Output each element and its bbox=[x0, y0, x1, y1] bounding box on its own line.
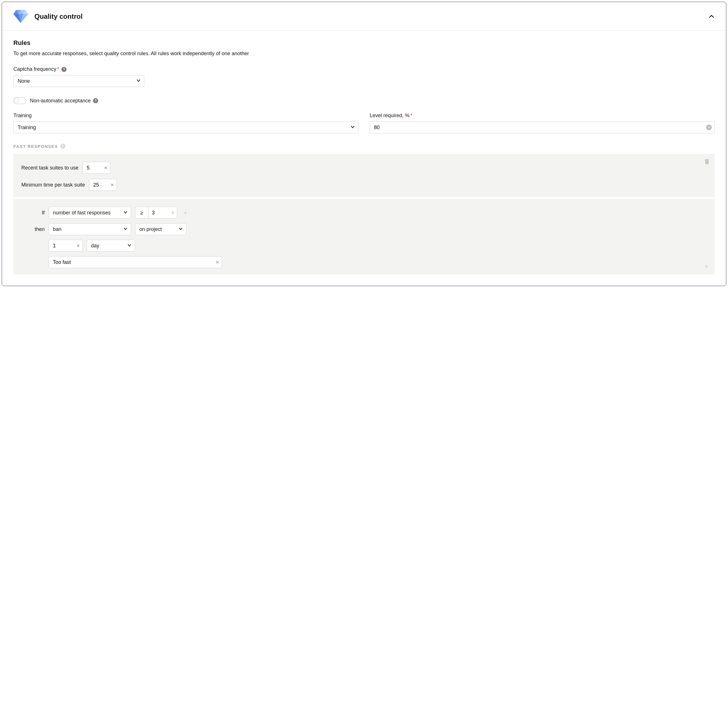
help-icon[interactable]: ? bbox=[60, 144, 66, 149]
mintime-label: Minimum time per task suite bbox=[21, 182, 85, 188]
duration-input-wrap: ✕ bbox=[49, 240, 83, 252]
level-col: Level required, % * ✕ bbox=[370, 113, 715, 133]
chevron-up-icon bbox=[709, 14, 714, 19]
fast-responses-header-text: FAST RESPONSES bbox=[13, 144, 58, 149]
collapse-toggle[interactable] bbox=[708, 13, 715, 20]
rules-desc: To get more accurate responses, select q… bbox=[13, 50, 715, 57]
level-label: Level required, % * bbox=[370, 113, 715, 119]
nonauto-label-text: Non-automatic acceptance bbox=[30, 98, 91, 104]
clear-icon[interactable]: ✕ bbox=[216, 260, 219, 265]
operator-select[interactable]: ≥ bbox=[135, 207, 148, 219]
duration-row: ✕ day bbox=[49, 240, 707, 252]
recent-row: Recent task suites to use ✕ bbox=[21, 162, 707, 174]
captcha-select-value: None bbox=[18, 78, 30, 84]
scope-select-value: on project bbox=[139, 226, 162, 232]
clear-icon[interactable]: ✕ bbox=[171, 210, 174, 216]
nonauto-row: Non-automatic acceptance ? bbox=[13, 97, 715, 104]
level-input-wrap: ✕ bbox=[370, 121, 715, 133]
diamond-icon bbox=[13, 10, 28, 23]
panel-body: Rules To get more accurate responses, se… bbox=[2, 31, 726, 286]
level-label-text: Level required, % bbox=[370, 113, 410, 119]
nonauto-label: Non-automatic acceptance ? bbox=[30, 98, 98, 104]
scope-select[interactable]: on project bbox=[135, 223, 186, 235]
training-col: Training Training bbox=[13, 113, 358, 133]
fast-condition-box: ＋ If number of fast responses ≥ ✕ bbox=[13, 199, 715, 274]
add-condition-button[interactable]: ＋ bbox=[182, 208, 188, 217]
required-marker: * bbox=[410, 113, 412, 119]
mintime-input-wrap: ✕ bbox=[89, 179, 117, 191]
panel-title: Quality control bbox=[34, 12, 708, 20]
duration-unit-select[interactable]: day bbox=[87, 240, 135, 252]
chevron-down-icon bbox=[136, 78, 141, 84]
training-select-value: Training bbox=[18, 125, 36, 130]
panel-header[interactable]: Quality control bbox=[2, 2, 726, 31]
chevron-down-icon bbox=[124, 210, 127, 216]
trash-icon bbox=[704, 159, 710, 165]
level-input[interactable] bbox=[370, 121, 715, 133]
clear-icon[interactable]: ✕ bbox=[76, 243, 80, 249]
then-label: then bbox=[27, 226, 44, 232]
clear-icon[interactable]: ✕ bbox=[706, 125, 712, 130]
training-select[interactable]: Training bbox=[13, 121, 358, 133]
svg-rect-11 bbox=[706, 159, 708, 159]
mintime-row: Minimum time per task suite ✕ bbox=[21, 179, 707, 191]
metric-select-value: number of fast responses bbox=[53, 210, 111, 216]
training-label: Training bbox=[13, 113, 358, 119]
if-label: If bbox=[27, 210, 44, 216]
rules-title: Rules bbox=[13, 39, 715, 47]
help-icon[interactable]: ? bbox=[93, 98, 98, 103]
help-icon[interactable]: ? bbox=[61, 67, 67, 72]
duration-unit-value: day bbox=[91, 243, 99, 249]
chevron-down-icon bbox=[124, 226, 127, 232]
chevron-down-icon bbox=[179, 226, 183, 232]
then-row: then ban on project bbox=[27, 223, 707, 235]
operator-group: ≥ ✕ bbox=[135, 207, 177, 219]
required-marker: * bbox=[57, 66, 59, 72]
quality-control-panel: Quality control Rules To get more accura… bbox=[2, 2, 726, 286]
captcha-label: Captcha frequency * ? bbox=[13, 66, 715, 72]
recent-input-wrap: ✕ bbox=[83, 162, 110, 174]
fast-responses-header: FAST RESPONSES ? bbox=[13, 144, 715, 149]
add-action-button[interactable]: ＋ bbox=[703, 262, 710, 271]
clear-icon[interactable]: ✕ bbox=[104, 165, 107, 171]
training-row: Training Training Level required, % * ✕ bbox=[13, 113, 715, 133]
action-select[interactable]: ban bbox=[49, 223, 131, 235]
reason-input[interactable] bbox=[49, 256, 222, 268]
captcha-label-text: Captcha frequency bbox=[13, 66, 56, 72]
clear-icon[interactable]: ✕ bbox=[110, 182, 114, 188]
captcha-select[interactable]: None bbox=[13, 75, 144, 87]
reason-input-wrap: ✕ bbox=[49, 256, 222, 268]
chevron-down-icon bbox=[127, 243, 132, 249]
chevron-down-icon bbox=[351, 125, 355, 130]
if-row: If number of fast responses ≥ ✕ ＋ bbox=[27, 207, 707, 219]
fast-params-box: Recent task suites to use ✕ Minimum time… bbox=[13, 154, 715, 197]
delete-rule-button[interactable] bbox=[704, 159, 710, 166]
action-select-value: ban bbox=[53, 226, 61, 232]
reason-row: ✕ bbox=[49, 256, 707, 268]
svg-rect-10 bbox=[705, 159, 709, 160]
metric-select[interactable]: number of fast responses bbox=[49, 207, 131, 219]
svg-rect-9 bbox=[705, 160, 709, 164]
recent-label: Recent task suites to use bbox=[21, 165, 78, 171]
nonauto-toggle[interactable] bbox=[13, 97, 26, 104]
